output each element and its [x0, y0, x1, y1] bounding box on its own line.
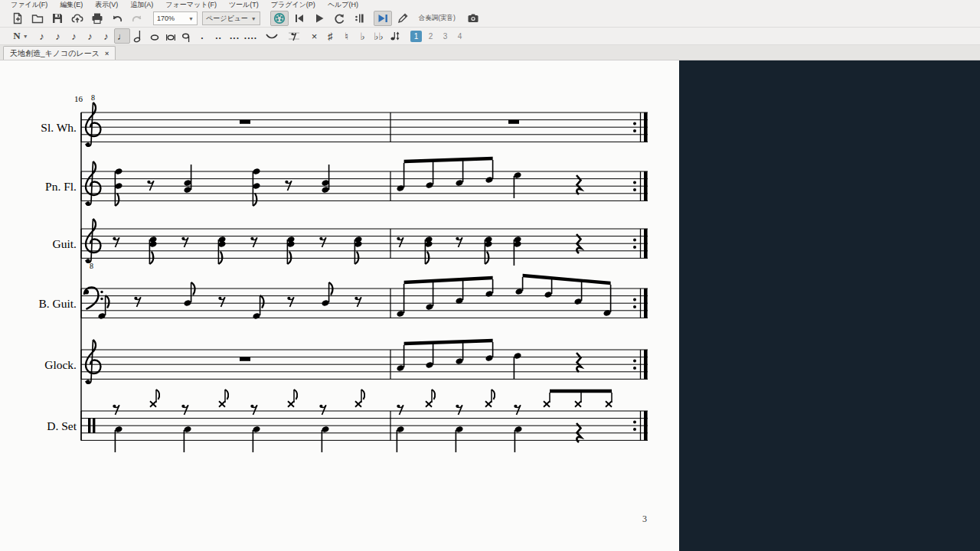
midi-input-toggle[interactable]: [270, 11, 289, 26]
image-capture-button[interactable]: [464, 11, 482, 26]
menu-item-3[interactable]: 追加(A): [124, 0, 159, 10]
page-number: 3: [642, 514, 647, 524]
chevron-down-icon: ▼: [251, 16, 256, 21]
duration-half[interactable]: [130, 28, 146, 44]
double-sharp-button[interactable]: ×: [306, 28, 322, 44]
score-page: 8Sl. Wh.Pn. Fl.8Guit.B. Guit.Glock.D. Se…: [0, 60, 679, 551]
menu-bar: ファイル(F)編集(E)表示(V)追加(A)フォーマット(F)ツール(T)プラグ…: [0, 0, 980, 10]
duration-128th[interactable]: ♪: [34, 28, 50, 44]
svg-text:Glock.: Glock.: [44, 358, 77, 371]
double-flat-button[interactable]: ♭♭: [371, 28, 387, 44]
augmentation-dot[interactable]: .: [194, 28, 211, 44]
save-online-button[interactable]: [68, 11, 87, 26]
menu-item-5[interactable]: ツール(T): [223, 0, 265, 10]
chevron-down-icon: ▼: [188, 16, 194, 21]
loop-playback-button[interactable]: [330, 11, 348, 26]
rewind-button[interactable]: [290, 11, 309, 26]
folder-icon: [31, 12, 44, 24]
pan-score-toggle[interactable]: [374, 11, 392, 26]
voice-4-button[interactable]: 4: [454, 31, 466, 42]
background-panel: [679, 60, 980, 551]
repeat-barline-icon: [353, 12, 365, 24]
voice-3-button[interactable]: 3: [439, 31, 451, 42]
play-button[interactable]: [310, 11, 328, 26]
tab-title: 天地創造_キノコのレース: [10, 48, 100, 59]
sharp-button[interactable]: ♯: [322, 28, 338, 44]
svg-text:Sl. Wh.: Sl. Wh.: [41, 121, 77, 134]
menu-item-1[interactable]: 編集(E): [54, 0, 89, 10]
tab-close-icon[interactable]: ×: [105, 50, 109, 57]
duration-16th[interactable]: ♪: [82, 28, 98, 44]
duration-quarter[interactable]: ♩: [114, 28, 130, 44]
staff-sl-wh[interactable]: 8Sl. Wh.: [41, 93, 648, 147]
main-toolbar: 170%▼ページビュー▼合奏調(実音): [0, 10, 980, 28]
menu-item-6[interactable]: プラグイン(P): [265, 0, 322, 10]
note-input-toggle[interactable]: N▼: [8, 28, 33, 44]
svg-text:Guit.: Guit.: [53, 237, 77, 250]
zoom-value: 170%: [157, 15, 185, 22]
triple-dot[interactable]: ...: [227, 28, 243, 44]
score-canvas[interactable]: 8Sl. Wh.Pn. Fl.8Guit.B. Guit.Glock.D. Se…: [0, 60, 679, 551]
staff-d-set[interactable]: D. Set: [47, 390, 648, 452]
staff-pn-fl[interactable]: Pn. Fl.: [45, 157, 648, 206]
menu-item-7[interactable]: ヘルプ(H): [322, 0, 364, 10]
redo-icon: [131, 12, 143, 24]
play-icon: [313, 12, 325, 24]
new-score-button[interactable]: [8, 11, 27, 26]
score-tab[interactable]: 天地創造_キノコのレース ×: [3, 46, 116, 60]
open-button[interactable]: [28, 11, 47, 26]
view-mode-select[interactable]: ページビュー▼: [202, 11, 260, 25]
rest-button[interactable]: [286, 28, 302, 44]
staff-b-guit[interactable]: B. Guit.: [38, 274, 648, 320]
duration-32nd[interactable]: ♪: [66, 28, 82, 44]
loop-icon: [333, 12, 345, 24]
svg-text:D. Set: D. Set: [47, 419, 77, 432]
duration-breve[interactable]: [162, 28, 178, 44]
natural-button[interactable]: ♮: [338, 28, 354, 44]
chevron-down-icon: ▼: [23, 34, 28, 39]
undo-icon: [111, 12, 123, 24]
play-repeats-toggle[interactable]: [350, 11, 368, 26]
svg-text:B. Guit.: B. Guit.: [38, 297, 77, 310]
edit-pencil-button[interactable]: [394, 11, 412, 26]
duration-8th[interactable]: ♪: [98, 28, 114, 44]
double-dot[interactable]: ..: [211, 28, 227, 44]
print-button[interactable]: [88, 11, 106, 26]
content-area: 8Sl. Wh.Pn. Fl.8Guit.B. Guit.Glock.D. Se…: [0, 60, 980, 551]
save-button[interactable]: [48, 11, 67, 26]
printer-icon: [91, 12, 103, 24]
tie-button[interactable]: [263, 28, 279, 44]
svg-text:Pn. Fl.: Pn. Fl.: [45, 180, 77, 193]
tab-bar: 天地創造_キノコのレース ×: [0, 45, 980, 60]
voice-1-button[interactable]: 1: [410, 31, 422, 42]
quadruple-dot[interactable]: ....: [243, 28, 259, 44]
staff-glock[interactable]: Glock.: [44, 339, 648, 384]
pencil-icon: [397, 12, 409, 24]
camera-icon: [467, 12, 479, 24]
save-icon: [51, 12, 64, 24]
menu-item-2[interactable]: 表示(V): [89, 0, 124, 10]
new-file-icon: [11, 12, 24, 24]
zoom-select[interactable]: 170%▼: [153, 11, 198, 25]
undo-button[interactable]: [108, 11, 126, 26]
flip-direction-button[interactable]: [387, 28, 403, 44]
duration-whole[interactable]: [146, 28, 162, 44]
duration-longa[interactable]: [178, 28, 194, 44]
concert-pitch-button[interactable]: 合奏調(実音): [419, 14, 456, 23]
redo-button[interactable]: [128, 11, 146, 26]
svg-text:8: 8: [91, 93, 95, 102]
cloud-upload-icon: [71, 12, 83, 24]
menu-item-4[interactable]: フォーマット(F): [159, 0, 223, 10]
menu-item-0[interactable]: ファイル(F): [5, 0, 54, 10]
pan-playback-icon: [377, 12, 389, 24]
staff-guit[interactable]: 8Guit.: [53, 219, 648, 270]
duration-64th[interactable]: ♪: [50, 28, 66, 44]
voice-2-button[interactable]: 2: [425, 31, 436, 42]
view-mode-value: ページビュー: [206, 14, 248, 24]
musescore-window: ファイル(F)編集(E)表示(V)追加(A)フォーマット(F)ツール(T)プラグ…: [0, 0, 980, 551]
rewind-icon: [293, 12, 305, 24]
measure-number: 16: [74, 94, 83, 103]
svg-text:8: 8: [90, 262, 93, 270]
midi-icon: [273, 12, 286, 24]
flat-button[interactable]: ♭: [354, 28, 371, 44]
